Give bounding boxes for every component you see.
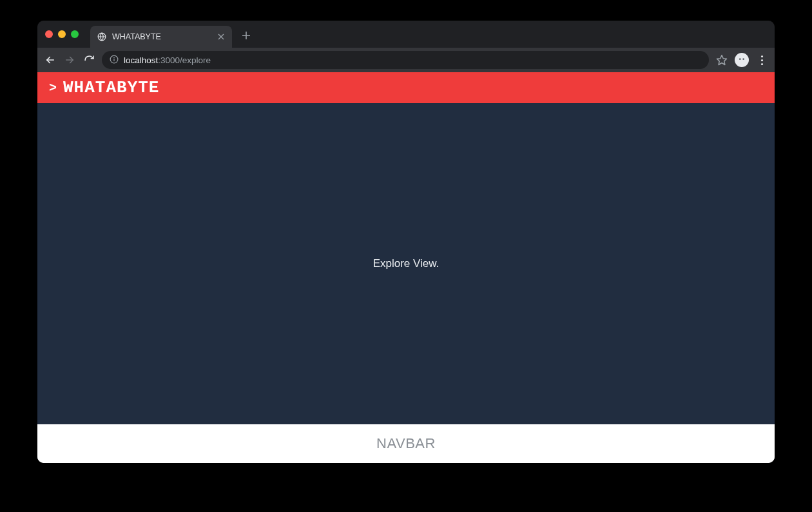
back-button[interactable] (44, 54, 57, 66)
brand-caret: > (49, 81, 57, 95)
maximize-window-button[interactable] (71, 30, 79, 38)
forward-button[interactable] (63, 54, 76, 66)
main-text: Explore View. (373, 257, 440, 270)
app-header: > WHATABYTE (37, 72, 775, 103)
navbar-label: NAVBAR (376, 435, 436, 452)
url-path: :3000/explore (158, 55, 211, 65)
page-viewport: > WHATABYTE Explore View. NAVBAR (37, 72, 775, 463)
tab-title: WHATABYTE (112, 32, 161, 41)
svg-marker-4 (717, 55, 727, 65)
minimize-window-button[interactable] (58, 30, 66, 38)
window-controls (45, 30, 79, 38)
globe-icon (97, 32, 107, 42)
browser-toolbar: localhost:3000/explore (37, 48, 775, 72)
tab-strip: WHATABYTE (37, 21, 775, 48)
info-icon[interactable] (110, 55, 119, 66)
bookmark-star-icon[interactable] (715, 54, 728, 66)
close-window-button[interactable] (45, 30, 53, 38)
svg-point-5 (739, 58, 741, 60)
bottom-navbar[interactable]: NAVBAR (37, 424, 775, 463)
browser-menu-button[interactable] (755, 55, 768, 65)
profile-avatar[interactable] (735, 53, 749, 67)
address-bar[interactable]: localhost:3000/explore (102, 51, 709, 69)
browser-window: WHATABYTE localhost:3000/explore (37, 21, 775, 463)
main-content: Explore View. (37, 103, 775, 424)
svg-point-6 (742, 58, 744, 60)
brand-title: WHATABYTE (63, 78, 159, 97)
svg-point-3 (114, 57, 115, 57)
url-host: localhost (124, 55, 158, 65)
reload-button[interactable] (82, 54, 95, 66)
browser-tab[interactable]: WHATABYTE (90, 26, 232, 48)
close-tab-icon[interactable] (217, 32, 226, 41)
url-text: localhost:3000/explore (124, 55, 211, 65)
new-tab-button[interactable] (237, 26, 255, 44)
